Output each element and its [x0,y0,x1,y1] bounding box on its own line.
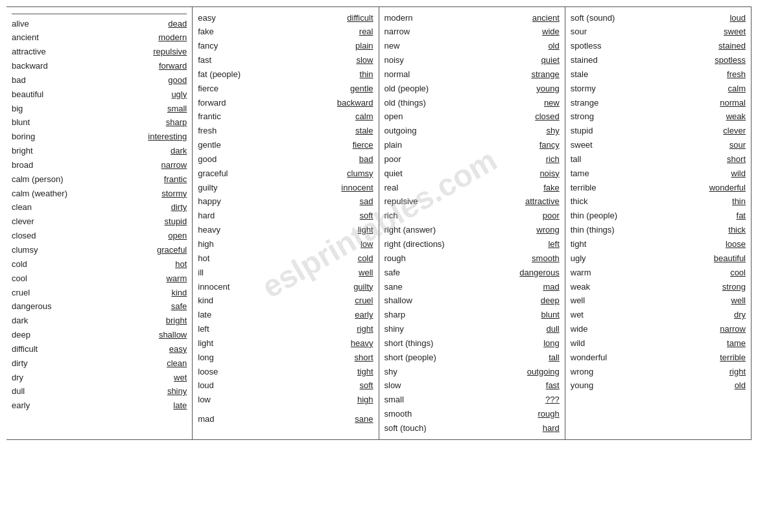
table-row: stainedspotless [571,54,746,68]
table-row: roughsmooth [385,251,560,266]
table-row: clumsygraceful [12,244,187,258]
opposite-cell: wide [508,26,560,38]
opposite-cell: new [508,97,560,110]
adjective-cell: fresh [198,125,276,137]
table-row: quietnoisy [385,167,560,181]
opposite-cell: strong [694,281,746,294]
adjective-cell: weak [571,281,648,294]
opposite-cell: wonderful [694,182,746,194]
opposite-cell: ugly [135,89,187,101]
adjective-cell: noisy [385,54,462,67]
adjective-cell: young [571,380,648,392]
table-row: fastslow [198,54,373,68]
adjective-cell: backward [12,60,89,73]
table-row: franticcalm [198,110,373,124]
adjective-cell: narrow [385,26,462,38]
adjective-cell: spotless [571,40,648,52]
adjective-cell: boring [12,131,89,143]
table-row: coldhot [12,257,187,272]
adjective-cell: safe [385,267,462,279]
adjective-cell: stale [571,69,648,81]
table-row: tightloose [571,238,746,252]
adjective-cell: forward [198,97,276,110]
adjective-cell: shy [385,366,462,378]
table-row: short (people)tall [385,351,560,365]
adjective-cell: attractive [12,46,89,58]
adjective-cell: closed [12,230,89,242]
adjective-cell: rich [385,210,462,222]
adjective-cell: normal [385,69,462,81]
opposite-cell: narrow [694,323,746,336]
adjective-cell: fast [198,54,276,67]
table-row: weakstrong [571,280,746,294]
opposite-cell: fast [508,380,560,392]
table-row: safedangerous [385,266,560,280]
table-row: backwardforward [12,60,187,74]
table-row: loosetight [198,365,373,379]
opposite-cell: thin [322,69,373,81]
table-row: heavylight [198,224,373,238]
adjective-cell: old (people) [385,83,462,95]
adjective-cell: hot [198,253,276,265]
opposite-cell: long [508,338,560,350]
opposite-cell: calm [694,83,746,95]
table-row: cleverstupid [12,215,187,229]
table-row: realfake [385,181,560,195]
table-row: lightheavy [198,336,373,351]
opposite-cell: normal [694,97,746,110]
table-row: wildtame [571,336,746,351]
adjective-cell: wild [571,338,648,350]
adjective-cell: soft (sound) [571,12,648,25]
adjective-cell: early [12,400,89,412]
adjective-cell: shallow [385,295,462,307]
opposite-cell: sharp [135,117,187,129]
table-row: stupidclever [571,124,746,139]
opposite-cell: wrong [508,224,560,237]
opposite-cell: bright [135,315,187,327]
opposite-cell: short [322,352,373,364]
table-row: stalefresh [571,67,746,82]
table-row: illwell [198,266,373,280]
opposite-cell: outgoing [508,366,560,378]
table-row: warmcool [571,266,746,280]
panel-3-rows: modernancientnarrowwidenewoldnoisyquietn… [385,11,560,435]
adjective-cell: calm (weather) [12,188,89,200]
table-row: alivedead [12,17,187,31]
opposite-cell: wet [135,372,187,384]
table-row: outgoingshy [385,124,560,139]
opposite-cell: left [508,238,560,251]
adjective-cell: strange [571,97,648,110]
opposite-cell: sweet [694,26,746,38]
panel-4-rows: soft (sound)loudsoursweetspotlessstained… [571,11,746,393]
table-row: boringinteresting [12,130,187,145]
adjective-cell: blunt [12,117,89,129]
adjective-cell: wide [571,323,648,336]
adjective-cell: open [385,111,462,123]
adjective-cell: cool [12,273,89,285]
adjective-cell: ugly [571,253,648,265]
panel-1: alivedeadancientmodernattractiverepulsiv… [6,6,193,440]
opposite-cell: soft [322,380,373,392]
adjective-cell: thin (things) [571,224,648,237]
adjective-cell: stupid [571,125,648,137]
table-row: happysad [198,195,373,209]
adjective-cell: warm [571,267,648,279]
opposite-cell: hard [508,422,560,435]
adjective-cell: fat (people) [198,69,276,81]
opposite-cell: closed [508,111,560,123]
opposite-cell: sane [322,413,373,426]
table-row: openclosed [385,110,560,124]
table-row: closedopen [12,229,187,244]
opposite-cell: repulsive [135,46,187,58]
table-row: bigsmall [12,102,187,116]
table-row: plainfancy [385,139,560,153]
opposite-cell: strange [508,69,560,81]
opposite-cell: short [694,154,746,166]
table-row: cleandirty [12,201,187,215]
table-row: right (directions)left [385,238,560,252]
opposite-cell: sour [694,139,746,152]
opposite-cell: right [694,366,746,378]
table-row: fiercegentle [198,82,373,96]
table-row: wetdry [571,308,746,323]
table-row: hotcold [198,251,373,266]
